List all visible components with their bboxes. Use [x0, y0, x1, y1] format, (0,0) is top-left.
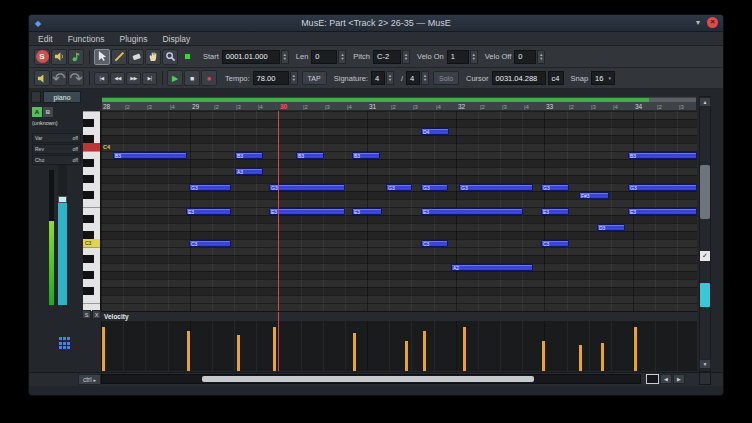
len-field[interactable]: 0: [311, 50, 337, 64]
tempo-field[interactable]: 78.00: [253, 71, 289, 85]
len-stepper[interactable]: ▲▼: [338, 50, 346, 64]
note-grid[interactable]: C4B3E3G3C3B3A3G3E3B3B3E3G3D4G3C3E3A2G3G3…: [101, 111, 697, 311]
velocity-bar[interactable]: [601, 343, 604, 371]
rewind-button[interactable]: ◀◀: [110, 72, 125, 85]
piano-key-cs3[interactable]: [83, 231, 101, 239]
slider-handle[interactable]: [58, 196, 67, 203]
metronome-button[interactable]: [34, 70, 50, 86]
menu-item-display[interactable]: Display: [162, 34, 190, 44]
controller-lane-header[interactable]: Velocity: [101, 311, 697, 321]
velocity-bar[interactable]: [405, 341, 408, 371]
velocity-bar[interactable]: [237, 335, 240, 371]
piano-key-g2[interactable]: [83, 279, 101, 287]
piano-key-c4[interactable]: [83, 143, 101, 151]
note-g3[interactable]: G3: [386, 184, 412, 191]
piano-key-e4[interactable]: [83, 111, 101, 119]
piano-key-f2[interactable]: [83, 295, 101, 303]
start-stepper[interactable]: ▲▼: [281, 50, 289, 64]
signature-numerator-field[interactable]: 4: [371, 71, 385, 85]
piano-key-fs3[interactable]: [83, 191, 101, 199]
scroll-up-button[interactable]: ▲: [699, 97, 711, 107]
note-d4[interactable]: D4: [421, 128, 449, 135]
send-row-cho[interactable]: Chooff: [32, 155, 81, 165]
scroll-down-button[interactable]: ▼: [699, 359, 711, 369]
note-c3[interactable]: C3: [421, 240, 448, 247]
shade-icon[interactable]: ▾: [696, 18, 700, 27]
part-selector[interactable]: piano: [43, 91, 81, 103]
velocity-bar[interactable]: [102, 327, 105, 371]
menu-item-plugins[interactable]: Plugins: [120, 34, 148, 44]
controller-name[interactable]: Velocity: [104, 313, 129, 320]
piano-key-e3[interactable]: [83, 207, 101, 215]
horizontal-scrollbar-thumb[interactable]: [202, 376, 534, 382]
piano-key-ds3[interactable]: [83, 215, 101, 223]
signature-denominator-field[interactable]: 4: [406, 71, 420, 85]
piano-key-d4[interactable]: [83, 127, 101, 135]
note-e3[interactable]: E3: [352, 208, 382, 215]
zoom-tool-button[interactable]: [162, 49, 178, 65]
vertical-scrollbar-thumb[interactable]: [700, 165, 710, 219]
note-b3[interactable]: B3: [113, 152, 187, 159]
piano-key-as2[interactable]: [83, 255, 101, 263]
note-g3[interactable]: G3: [541, 184, 569, 191]
ctrl-button[interactable]: ctrl▸: [78, 374, 101, 385]
piano-key-f3[interactable]: [83, 199, 101, 207]
piano-key-b3[interactable]: [83, 151, 101, 159]
velo-off-stepper[interactable]: ▲▼: [537, 50, 545, 64]
track-a-button[interactable]: A: [32, 107, 42, 117]
velocity-bar[interactable]: [187, 331, 190, 371]
tap-button[interactable]: TAP: [302, 71, 327, 85]
play-button[interactable]: ▶: [167, 70, 183, 86]
note-e3[interactable]: E3: [541, 208, 569, 215]
note-b3[interactable]: B3: [628, 152, 697, 159]
note-e3[interactable]: E3: [269, 208, 345, 215]
record-button[interactable]: ●: [201, 70, 217, 86]
volume-slider[interactable]: [58, 165, 67, 305]
piano-key-g3[interactable]: [83, 183, 101, 191]
piano-key-as3[interactable]: [83, 159, 101, 167]
title-bar[interactable]: ◆ MusE: Part <Track 2> 26-35 — MusE ▾ ×: [29, 15, 723, 32]
redo-button[interactable]: ↷: [68, 70, 84, 86]
note-d3[interactable]: D3: [597, 224, 625, 231]
send-row-var[interactable]: Varoff: [32, 133, 81, 143]
velocity-bar[interactable]: [634, 327, 637, 371]
solo-button[interactable]: Solo: [433, 71, 459, 85]
velocity-bar[interactable]: [353, 333, 356, 371]
note-c3[interactable]: C3: [541, 240, 569, 247]
vertical-zoom-slider[interactable]: [700, 283, 710, 307]
note-g3[interactable]: G3: [269, 184, 345, 191]
velo-on-field[interactable]: 1: [447, 50, 469, 64]
snap-dropdown[interactable]: 16▾: [591, 71, 615, 85]
note-fs3[interactable]: F#3: [579, 192, 609, 199]
piano-key-d3[interactable]: [83, 223, 101, 231]
midi-thru-button[interactable]: [51, 49, 67, 65]
velocity-bar[interactable]: [423, 331, 426, 371]
note-e3[interactable]: E3: [628, 208, 697, 215]
skip-end-button[interactable]: ▶|: [142, 72, 157, 85]
scroll-right-button[interactable]: ▶: [673, 374, 685, 384]
note-e3[interactable]: E3: [186, 208, 231, 215]
piano-key-gs2[interactable]: [83, 271, 101, 279]
note-c3[interactable]: C3: [189, 240, 231, 247]
velocity-bar[interactable]: [273, 327, 276, 371]
note-g3[interactable]: G3: [189, 184, 231, 191]
skip-start-button[interactable]: |◀: [94, 72, 109, 85]
close-button[interactable]: ×: [707, 17, 718, 28]
patch-name[interactable]: (unknown): [32, 120, 58, 126]
channel-matrix-icon[interactable]: [59, 337, 72, 350]
velocity-lane[interactable]: [101, 321, 697, 371]
velocity-bar[interactable]: [463, 327, 466, 371]
tempo-stepper[interactable]: ▲▼: [290, 71, 298, 85]
scroll-left-button[interactable]: ◀: [660, 374, 672, 384]
note-g3[interactable]: G3: [421, 184, 448, 191]
velocity-bar[interactable]: [542, 341, 545, 371]
note-g3[interactable]: G3: [459, 184, 533, 191]
eraser-tool-button[interactable]: [128, 49, 144, 65]
pan-tool-button[interactable]: [145, 49, 161, 65]
piano-key-cs4[interactable]: [83, 135, 101, 143]
s-button[interactable]: S: [34, 49, 50, 65]
note-g3[interactable]: G3: [628, 184, 697, 191]
menu-item-functions[interactable]: Functions: [68, 34, 105, 44]
pencil-tool-button[interactable]: [111, 49, 127, 65]
controller-close-button[interactable]: X: [92, 310, 101, 319]
